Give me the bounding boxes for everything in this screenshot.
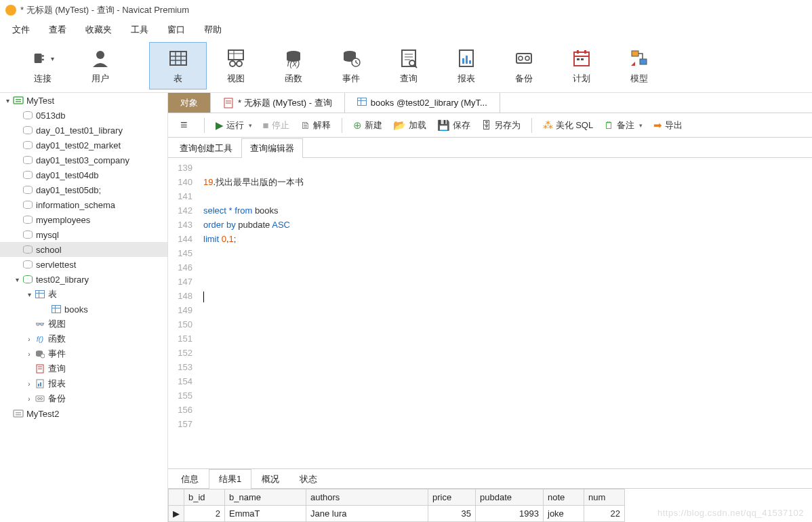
tree-db-item[interactable]: day01_test05db; xyxy=(0,182,167,197)
database-icon xyxy=(22,216,34,224)
explain-button[interactable]: 🗎解释 xyxy=(296,117,335,134)
column-header[interactable]: price xyxy=(428,489,476,506)
database-icon xyxy=(22,201,34,209)
note-button[interactable]: 🗒备注▾ xyxy=(600,117,647,134)
svg-rect-39 xyxy=(581,58,584,60)
menu-favorites[interactable]: 收藏夹 xyxy=(79,21,124,39)
export-button[interactable]: ➡导出 xyxy=(649,117,687,134)
toolbar-event[interactable]: 事件 xyxy=(322,42,380,89)
table-folder-icon xyxy=(34,290,46,298)
sidebar[interactable]: ▾ MyTest 0513dbday_01_test01_libraryday0… xyxy=(0,93,168,522)
tree-db-item[interactable]: day_01_test01_library xyxy=(0,123,167,138)
tree-db-item[interactable]: mysql xyxy=(0,227,167,242)
column-header[interactable]: authors xyxy=(306,489,428,506)
cell[interactable]: EmmaT xyxy=(225,506,306,522)
tree-db-item[interactable]: 0513db xyxy=(0,108,167,123)
tree-reports-folder[interactable]: › 报表 xyxy=(0,376,167,391)
column-header[interactable]: pubdate xyxy=(476,489,544,506)
beautify-button[interactable]: ⁂美化 SQL xyxy=(539,117,598,134)
row-indicator[interactable]: ▶ xyxy=(169,506,184,522)
hamburger-button[interactable]: ≡ xyxy=(176,116,192,134)
database-icon xyxy=(22,111,34,119)
cell[interactable]: 2 xyxy=(184,506,225,522)
tree-table-books[interactable]: books xyxy=(0,302,167,317)
tab-query-untitled[interactable]: * 无标题 (MyTest) - 查询 xyxy=(211,93,345,113)
toolbar-query[interactable]: 查询 xyxy=(380,42,437,89)
tree-connection-mytest2[interactable]: MyTest2 xyxy=(0,406,167,421)
saveas-icon: 🗄 xyxy=(481,119,491,131)
svg-rect-0 xyxy=(34,54,41,63)
views-icon: 👓 xyxy=(34,320,46,329)
svg-rect-41 xyxy=(640,59,647,64)
result-tab-info[interactable]: 信息 xyxy=(171,469,209,489)
svg-point-56 xyxy=(41,398,43,400)
result-tab-result1[interactable]: 结果1 xyxy=(209,469,251,489)
tree-db-test02-library[interactable]: ▾ test02_library xyxy=(0,272,167,287)
tree-tables-folder[interactable]: ▾ 表 xyxy=(0,287,167,302)
column-header[interactable]: note xyxy=(544,489,584,506)
column-header[interactable]: b_id xyxy=(184,489,225,506)
tree-queries-folder[interactable]: 查询 xyxy=(0,361,167,376)
tree-db-item[interactable]: day01_test04db xyxy=(0,167,167,182)
menu-view[interactable]: 查看 xyxy=(42,21,79,39)
menu-file[interactable]: 文件 xyxy=(5,21,42,39)
app-icon xyxy=(5,5,16,16)
result-tab-status[interactable]: 状态 xyxy=(289,469,327,489)
toolbar-model[interactable]: 模型 xyxy=(610,42,668,89)
column-header[interactable]: b_name xyxy=(225,489,306,506)
menu-help[interactable]: 帮助 xyxy=(197,21,234,39)
svg-point-3 xyxy=(96,51,104,59)
tree-connection-mytest[interactable]: ▾ MyTest xyxy=(0,93,167,108)
save-button[interactable]: 💾保存 xyxy=(433,117,474,134)
toolbar-connect[interactable]: ▾ 连接 xyxy=(14,42,71,89)
tree-db-item[interactable]: myemployees xyxy=(0,212,167,227)
saveas-button[interactable]: 🗄另存为 xyxy=(477,117,525,134)
tree-functions-folder[interactable]: ›f() 函数 xyxy=(0,332,167,346)
tree-db-item[interactable]: day01_test03_company xyxy=(0,153,167,167)
tree-views-folder[interactable]: 👓 视图 xyxy=(0,317,167,332)
line-gutter: 139 140 141 142 143 144 145 146 147 148 … xyxy=(168,158,198,468)
cell[interactable]: 1993 xyxy=(476,506,544,522)
svg-rect-52 xyxy=(38,384,39,386)
menu-window[interactable]: 窗口 xyxy=(161,21,197,39)
run-button[interactable]: ▶运行▾ xyxy=(211,117,256,134)
toolbar-plan[interactable]: 计划 xyxy=(552,42,610,89)
toolbar-function[interactable]: f(x) 函数 xyxy=(264,42,322,89)
content-area: 对象 * 无标题 (MyTest) - 查询 books @test02_lib… xyxy=(168,93,812,522)
cell[interactable]: Jane lura xyxy=(306,506,428,522)
model-icon xyxy=(628,47,651,70)
toolbar-report[interactable]: 报表 xyxy=(437,42,495,89)
cell[interactable]: joke xyxy=(544,506,584,522)
stop-button[interactable]: ■停止 xyxy=(259,117,293,134)
database-icon xyxy=(22,156,34,164)
column-header[interactable]: num xyxy=(584,489,625,506)
sql-editor[interactable]: 139 140 141 142 143 144 145 146 147 148 … xyxy=(168,158,812,468)
code-area[interactable]: 19.找出最早出版的一本书 select * from books order … xyxy=(198,158,812,468)
tree-db-item[interactable]: day01_test02_market xyxy=(0,138,167,153)
load-button[interactable]: 📂加载 xyxy=(389,117,430,134)
connection-icon xyxy=(12,96,24,105)
toolbar-view[interactable]: 视图 xyxy=(207,42,264,89)
query-subtabs: 查询创建工具 查询编辑器 xyxy=(168,138,812,158)
tab-books-table[interactable]: books @test02_library (MyT... xyxy=(345,93,500,113)
new-button[interactable]: ⊕新建 xyxy=(349,117,386,134)
tree-db-item[interactable]: servlettest xyxy=(0,257,167,272)
toolbar-users[interactable]: 用户 xyxy=(71,42,129,89)
note-icon: 🗒 xyxy=(604,119,614,131)
subtab-builder[interactable]: 查询创建工具 xyxy=(171,138,241,158)
subtab-editor[interactable]: 查询编辑器 xyxy=(241,138,303,158)
tree-events-folder[interactable]: › 事件 xyxy=(0,346,167,361)
result-grid[interactable]: b_idb_nameauthorspricepubdatenotenum ▶2E… xyxy=(168,489,812,522)
cell[interactable]: 35 xyxy=(428,506,476,522)
table-row[interactable]: ▶2EmmaTJane lura351993joke22 xyxy=(169,506,625,522)
toolbar-backup[interactable]: 备份 xyxy=(495,42,552,89)
toolbar-table[interactable]: 表 xyxy=(149,42,207,89)
result-tab-profile[interactable]: 概况 xyxy=(251,469,289,489)
tree-db-item[interactable]: school xyxy=(0,242,167,257)
tree-db-item[interactable]: information_schema xyxy=(0,197,167,212)
menu-tools[interactable]: 工具 xyxy=(124,21,161,39)
svg-rect-43 xyxy=(14,97,23,104)
tab-objects[interactable]: 对象 xyxy=(168,93,211,113)
cell[interactable]: 22 xyxy=(584,506,625,522)
tree-backups-folder[interactable]: › 备份 xyxy=(0,391,167,406)
